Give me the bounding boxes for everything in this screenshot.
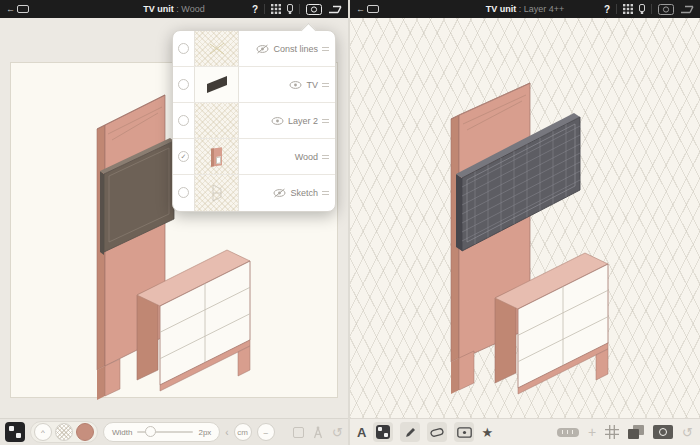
help-button[interactable]: ? (604, 4, 610, 15)
undo-icon[interactable]: ↺ (682, 426, 693, 439)
layer-label: TV (306, 80, 318, 90)
tool-wheel-icon (376, 425, 390, 439)
width-label: Width (112, 428, 132, 437)
drag-handle-icon[interactable] (322, 155, 329, 159)
canvas-frame-icon (367, 5, 379, 13)
layer-thumbnail (194, 139, 239, 174)
topbar-divider (264, 4, 265, 14)
favorites-star-button[interactable]: ★ (481, 426, 493, 439)
eye-icon[interactable] (289, 80, 302, 90)
layer-row-const-lines[interactable]: Const lines (173, 31, 335, 67)
width-slider-knob[interactable] (145, 426, 156, 437)
color-swatch[interactable] (76, 423, 94, 441)
back-button[interactable]: ← (6, 4, 29, 14)
topbar-divider (651, 4, 652, 14)
collapse-chevron-icon[interactable]: ‹ (225, 427, 228, 438)
tool-wheel-button[interactable] (5, 422, 25, 442)
right-toolbar: A ★ + ↺ (350, 418, 700, 445)
app-window: ← TV unit : Wood ? (0, 0, 700, 445)
precision-plus-icon[interactable]: + (588, 425, 596, 439)
layers-icon[interactable] (680, 5, 694, 14)
tv-unit-drawing-right (350, 18, 700, 418)
drag-handle-icon[interactable] (322, 47, 329, 51)
right-document-panel: ← TV unit : Layer 4++ ? (350, 0, 700, 445)
layer-thumbnail (194, 175, 239, 211)
layer-radio-selected[interactable]: ✓ (178, 151, 189, 162)
back-button[interactable]: ← (356, 4, 379, 14)
layer-thumbnail (194, 103, 239, 138)
left-active-layer-name: Wood (181, 4, 204, 14)
width-slider[interactable] (137, 431, 193, 433)
layer-thumbnail (194, 67, 239, 102)
drag-handle-icon[interactable] (322, 119, 329, 123)
eraser-tool-button[interactable] (427, 422, 447, 442)
import-camera-icon[interactable] (658, 4, 674, 15)
brush-texture-swatch[interactable] (55, 423, 73, 441)
tool-wheel-button[interactable] (373, 422, 393, 442)
image-icon (457, 427, 472, 438)
layers-icon[interactable] (328, 5, 342, 14)
back-arrow-icon: ← (6, 4, 15, 14)
text-tool-button[interactable]: A (357, 425, 366, 440)
grid-toggle-icon[interactable] (605, 425, 619, 439)
stylus-icon[interactable] (287, 4, 293, 14)
layer-row-wood[interactable]: ✓ Wood (173, 139, 335, 175)
camera-export-icon[interactable] (653, 425, 673, 439)
image-tool-button[interactable] (454, 422, 474, 442)
canvas-frame-icon (17, 5, 29, 13)
tv-thumb-shape (207, 76, 227, 93)
layer-radio[interactable] (178, 43, 189, 54)
layer-label: Const lines (273, 44, 318, 54)
right-active-layer-name: Layer 4++ (524, 4, 565, 14)
right-topbar: ← TV unit : Layer 4++ ? (350, 0, 700, 18)
stylus-icon[interactable] (639, 4, 645, 14)
layer-label: Wood (295, 152, 318, 162)
layer-row-sketch[interactable]: Sketch (173, 175, 335, 211)
brush-settings-group: ^ (30, 421, 98, 443)
sketch-thumb-sketch (208, 183, 226, 203)
minus-button[interactable]: – (257, 423, 275, 441)
const-lines-thumb-sketch (208, 40, 226, 58)
topbar-divider (299, 4, 300, 14)
ruler-icon[interactable] (557, 428, 579, 437)
compass-icon[interactable] (312, 426, 324, 439)
eye-hidden-icon[interactable] (273, 188, 286, 198)
left-topbar: ← TV unit : Wood ? (0, 0, 348, 18)
grid-snap-icon[interactable] (623, 4, 633, 14)
layer-radio[interactable] (178, 115, 189, 126)
pen-icon (404, 426, 417, 439)
left-toolbar: ^ Width 2px ‹ cm – ↺ (0, 418, 348, 445)
layer-thumbnail (194, 31, 239, 66)
eye-hidden-icon[interactable] (256, 44, 269, 54)
expand-tools-button[interactable]: ^ (34, 423, 52, 441)
layer-radio[interactable] (178, 187, 189, 198)
layer-radio[interactable] (178, 79, 189, 90)
pen-tool-button[interactable] (400, 422, 420, 442)
grid-snap-icon[interactable] (271, 4, 281, 14)
undo-icon[interactable]: ↺ (332, 426, 343, 439)
topbar-divider (616, 4, 617, 14)
eraser-icon (430, 426, 444, 438)
drag-handle-icon[interactable] (322, 191, 329, 195)
layer-row-tv[interactable]: TV (173, 67, 335, 103)
layer-row-layer-2[interactable]: Layer 2 (173, 103, 335, 139)
selection-icon[interactable] (293, 427, 304, 438)
stroke-width-control[interactable]: Width 2px (103, 422, 220, 442)
wood-thumb-shape (211, 147, 222, 167)
back-arrow-icon: ← (356, 4, 365, 14)
left-document-panel: ← TV unit : Wood ? (0, 0, 348, 445)
right-canvas[interactable] (350, 18, 700, 418)
units-button[interactable]: cm (234, 423, 252, 441)
layers-stack-icon[interactable] (628, 425, 644, 439)
layers-popup: Const lines TV (172, 30, 336, 212)
help-button[interactable]: ? (252, 4, 258, 15)
eye-icon[interactable] (271, 116, 284, 126)
drag-handle-icon[interactable] (322, 83, 329, 87)
width-value: 2px (198, 428, 211, 437)
layer-label: Sketch (290, 188, 318, 198)
import-camera-icon[interactable] (306, 4, 322, 15)
layer-label: Layer 2 (288, 116, 318, 126)
